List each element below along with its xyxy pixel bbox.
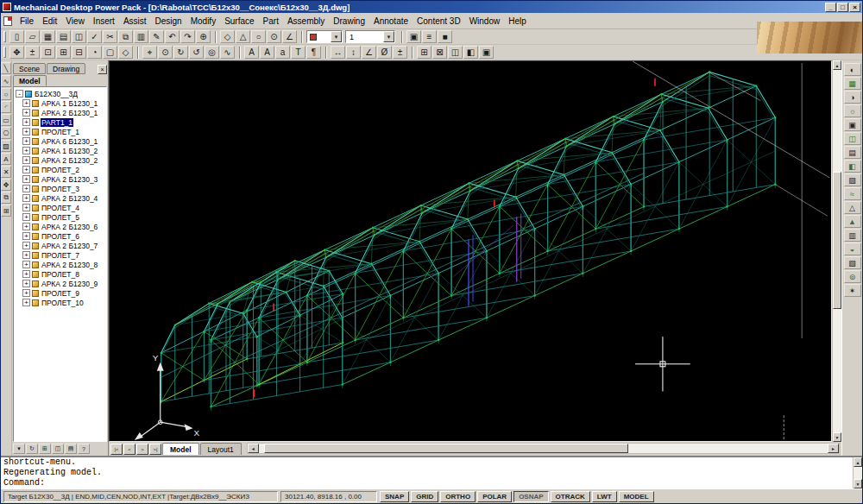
- hscroll-thumb[interactable]: [264, 444, 628, 453]
- tab-model-space[interactable]: Model: [162, 443, 199, 455]
- browser-close-button[interactable]: ×: [98, 65, 107, 74]
- block-icon[interactable]: ⊞: [1, 205, 11, 217]
- new-assembly-icon[interactable]: ⊠: [432, 46, 447, 59]
- mtext-icon[interactable]: A: [260, 46, 274, 59]
- tree-expander[interactable]: +: [22, 223, 30, 230]
- viewport-vscrollbar[interactable]: ▲ ▼: [832, 60, 841, 442]
- viewport-hscrollbar[interactable]: ◄ ►: [247, 443, 840, 454]
- minimize-button[interactable]: _: [825, 3, 836, 12]
- new-icon[interactable]: ▯: [9, 30, 24, 43]
- menu-surface[interactable]: Surface: [220, 15, 258, 28]
- polyline-icon[interactable]: ∿: [1, 75, 11, 87]
- snap-node-icon[interactable]: ⊙: [267, 30, 281, 43]
- ucs-world-icon[interactable]: ⊙: [158, 46, 173, 59]
- spelling-icon[interactable]: ✓: [87, 30, 102, 43]
- layer-combo[interactable]: 1 ▼: [345, 30, 395, 43]
- statistics-icon[interactable]: ▧: [844, 256, 861, 269]
- text-icon[interactable]: A: [244, 46, 259, 59]
- tab-prev-button[interactable]: <: [123, 444, 135, 455]
- status-toggle-lwt[interactable]: LWT: [592, 491, 617, 502]
- hatch-icon[interactable]: ▨: [1, 140, 11, 152]
- tab-drawing[interactable]: Drawing: [47, 63, 85, 74]
- render-icon[interactable]: ◐: [844, 63, 861, 76]
- menu-modify[interactable]: Modify: [186, 15, 220, 28]
- maximize-button[interactable]: □: [837, 3, 848, 12]
- toolbar-grip[interactable]: [3, 31, 6, 42]
- tree-expander[interactable]: +: [22, 261, 30, 268]
- menu-content-3d[interactable]: Content 3D: [413, 15, 465, 28]
- tab-next-button[interactable]: >: [136, 444, 148, 455]
- tree-item-part1-1[interactable]: +PART1_1: [16, 117, 106, 127]
- close-button[interactable]: ×: [849, 3, 860, 12]
- tree-item-пролет-6[interactable]: +ПРОЛЕТ_6: [16, 231, 106, 241]
- browser-drawing-icon[interactable]: ▤: [65, 444, 77, 454]
- tree-item-арка-2-б1230-2[interactable]: +АРКА 2 Б1230_2: [16, 155, 106, 165]
- landscape-library-icon[interactable]: ▥: [844, 229, 861, 242]
- dtext-icon[interactable]: A: [1, 153, 11, 165]
- tree-expander[interactable]: -: [16, 90, 23, 98]
- zoom-realtime-icon[interactable]: ±: [25, 46, 40, 59]
- move-icon[interactable]: ✥: [1, 179, 11, 191]
- browser-assembly-icon[interactable]: ⊞: [39, 444, 51, 454]
- tree-item-пролет-3[interactable]: +ПРОЛЕТ_3: [16, 184, 106, 193]
- zoom-previous-icon[interactable]: ⊟: [72, 46, 86, 59]
- scroll-right-icon[interactable]: ►: [828, 444, 839, 453]
- browser-scene-icon[interactable]: ◫: [52, 444, 64, 454]
- tree-item-б12х30-3д[interactable]: -Б12Х30__3Д: [16, 89, 106, 98]
- tree-expander[interactable]: +: [22, 242, 30, 249]
- tree-expander[interactable]: +: [22, 232, 30, 240]
- status-toggle-snap[interactable]: SNAP: [380, 491, 409, 502]
- tree-item-арка-2-б1230-4[interactable]: +АРКА 2 Б1230_4: [16, 193, 106, 203]
- status-toggle-otrack[interactable]: OTRACK: [551, 491, 590, 502]
- menu-drawing[interactable]: Drawing: [329, 15, 369, 28]
- tree-item-пролет-2[interactable]: +ПРОЛЕТ_2: [16, 165, 106, 174]
- combo-dropdown-icon[interactable]: ▼: [383, 31, 394, 42]
- menu-assist[interactable]: Assist: [119, 15, 151, 28]
- zoom-extents-icon[interactable]: ⊞: [56, 46, 71, 59]
- combine-icon[interactable]: ◫: [448, 46, 463, 59]
- tree-expander[interactable]: +: [22, 147, 30, 154]
- layer-manager-icon[interactable]: ≡: [422, 30, 437, 43]
- constraint-icon[interactable]: ▣: [479, 46, 494, 59]
- render-preferences-icon[interactable]: ◒: [844, 243, 861, 255]
- tree-item-арка-2-б1230-9[interactable]: +АРКА 2 Б1230_9: [16, 279, 106, 288]
- tree-item-арка-2-б1230-7[interactable]: +АРКА 2 Б1230_7: [16, 241, 106, 250]
- materials-icon[interactable]: ◫: [844, 132, 861, 145]
- tree-item-пролет-1[interactable]: +ПРОЛЕТ_1: [16, 127, 106, 136]
- print-icon[interactable]: ▤: [56, 30, 71, 43]
- menu-edit[interactable]: Edit: [38, 15, 61, 28]
- paste-icon[interactable]: ▥: [134, 30, 148, 43]
- hide-icon[interactable]: ▦: [844, 77, 861, 90]
- tree-item-пролет-10[interactable]: +ПРОЛЕТ_10: [16, 298, 106, 307]
- scenes-icon[interactable]: ▣: [844, 118, 861, 131]
- tree-expander[interactable]: +: [22, 175, 30, 183]
- menu-help[interactable]: Help: [504, 15, 531, 28]
- text-style-icon[interactable]: T: [291, 46, 306, 59]
- menu-file[interactable]: File: [16, 15, 38, 28]
- color-combo[interactable]: ▼: [306, 30, 343, 43]
- hyperlink-icon[interactable]: ⊕: [196, 30, 211, 43]
- snap-settings-icon[interactable]: ∠: [282, 30, 297, 43]
- menu-assembly[interactable]: Assembly: [283, 15, 329, 28]
- materials-library-icon[interactable]: ▤: [844, 146, 861, 159]
- copy-object-icon[interactable]: ⧉: [1, 192, 11, 204]
- snap-endpoint-icon[interactable]: ◇: [220, 30, 235, 43]
- dim-linear-icon[interactable]: ↔: [331, 46, 345, 59]
- lights-icon[interactable]: ☼: [844, 104, 861, 117]
- rectangle-icon[interactable]: ▭: [1, 114, 11, 126]
- fog-icon[interactable]: ≈: [844, 187, 861, 200]
- tree-item-арка-2-б1230-3[interactable]: +АРКА 2 Б1230_3: [16, 174, 106, 184]
- properties-icon[interactable]: ▣: [406, 30, 421, 43]
- browser-options-icon[interactable]: ?: [78, 444, 90, 454]
- tree-expander[interactable]: +: [22, 251, 30, 259]
- scroll-left-icon[interactable]: ◄: [248, 444, 259, 453]
- tree-item-пролет-5[interactable]: +ПРОЛЕТ_5: [16, 212, 106, 222]
- status-toggle-grid[interactable]: GRID: [411, 491, 438, 502]
- tolerance-icon[interactable]: ±: [393, 46, 407, 59]
- menu-window[interactable]: Window: [465, 15, 505, 28]
- camera-icon[interactable]: ⊚: [844, 270, 861, 283]
- command-history[interactable]: shortcut-menu. Regenerating model. Comma…: [1, 457, 853, 488]
- arc-icon[interactable]: ◜: [1, 101, 11, 113]
- tree-expander[interactable]: +: [22, 128, 30, 135]
- tab-scene[interactable]: Scene: [13, 63, 46, 74]
